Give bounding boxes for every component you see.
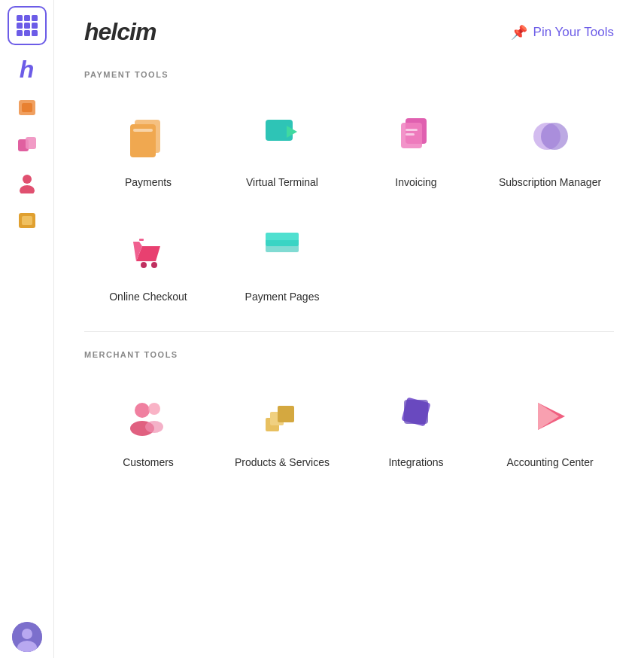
merchant-tools-section: MERCHANT TOOLS Customers [84,350,614,480]
grid-icon [17,15,38,36]
user-avatar[interactable] [12,622,42,652]
svg-point-4 [23,175,32,184]
svg-rect-3 [26,137,36,149]
tool-customers[interactable]: Customers [84,377,212,480]
sidebar-item-pink-app[interactable] [11,128,44,161]
sidebar-h-logo[interactable]: h [11,53,44,86]
accounting-center-label: Accounting Center [506,455,593,471]
virtual-terminal-label: Virtual Terminal [246,175,318,190]
svg-point-21 [541,123,568,150]
tool-virtual-terminal[interactable]: Virtual Terminal [218,97,346,200]
payment-pages-icon [252,221,312,281]
subscription-manager-icon [520,106,580,166]
sidebar: h [0,0,54,658]
merchant-tools-grid: Customers Products & Services [84,377,614,480]
sidebar-item-orange-app[interactable] [11,90,44,123]
invoicing-icon [386,106,446,166]
customers-label: Customers [123,455,174,471]
payment-tools-grid: Payments Virtual Terminal [84,97,614,313]
svg-rect-27 [266,233,299,240]
accounting-center-icon [520,386,580,446]
tool-integrations[interactable]: Integrations [352,377,480,480]
main-content: helcim 📌 Pin Your Tools PAYMENT TOOLS Pa… [54,0,644,658]
tool-payment-pages[interactable]: Payment Pages [218,212,346,314]
tool-online-checkout[interactable]: Online Checkout [84,212,212,314]
sidebar-item-people[interactable] [11,166,44,199]
pin-icon: 📌 [511,24,527,41]
customers-icon [118,386,178,446]
virtual-terminal-icon [252,106,312,166]
pin-tools-button[interactable]: 📌 Pin Your Tools [511,24,614,41]
svg-marker-38 [538,403,559,430]
section-divider [84,331,614,332]
payments-label: Payments [125,175,172,190]
sidebar-item-gold-app[interactable] [11,203,44,236]
pin-tools-label: Pin Your Tools [533,25,614,40]
tool-invoicing[interactable]: Invoicing [352,97,480,200]
svg-point-5 [20,185,35,193]
svg-point-31 [145,421,163,433]
svg-point-30 [148,403,160,415]
products-services-label: Products & Services [235,455,330,471]
svg-point-28 [135,403,150,418]
payments-icon [118,106,178,166]
tool-subscription-manager[interactable]: Subscription Manager [486,97,614,200]
helcim-logo: helcim [84,18,156,46]
tool-products-services[interactable]: Products & Services [218,377,346,480]
svg-point-9 [22,629,32,639]
payment-tools-title: PAYMENT TOOLS [84,70,614,79]
invoicing-label: Invoicing [395,175,436,190]
svg-rect-36 [404,400,428,424]
svg-rect-7 [22,216,32,225]
merchant-tools-title: MERCHANT TOOLS [84,350,614,359]
svg-point-23 [151,262,157,268]
integrations-label: Integrations [388,455,443,471]
page-header: helcim 📌 Pin Your Tools [84,18,614,46]
svg-rect-18 [406,129,418,131]
tool-accounting-center[interactable]: Accounting Center [486,377,614,480]
svg-rect-1 [22,103,32,112]
online-checkout-label: Online Checkout [109,290,187,305]
subscription-manager-label: Subscription Manager [499,175,601,190]
tool-payments[interactable]: Payments [84,97,212,200]
svg-rect-19 [406,133,415,136]
svg-rect-13 [133,129,153,132]
payment-tools-section: PAYMENT TOOLS Payments [84,70,614,313]
svg-rect-34 [278,406,294,422]
products-services-icon [252,386,312,446]
apps-grid-button[interactable] [8,6,47,45]
svg-rect-24 [139,239,144,241]
svg-point-22 [141,262,147,268]
integrations-icon [386,386,446,446]
payment-pages-label: Payment Pages [245,290,320,305]
online-checkout-icon [118,221,178,281]
